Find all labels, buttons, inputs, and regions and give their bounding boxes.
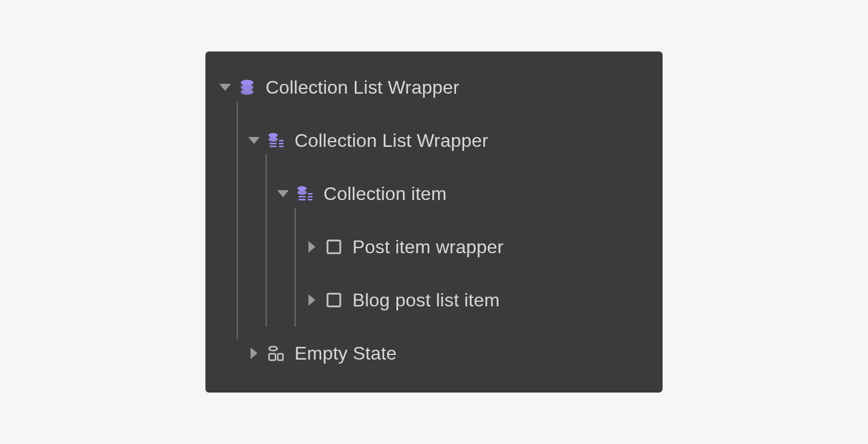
- tree-item-collection-item[interactable]: Collection item: [219, 180, 649, 208]
- svg-point-4: [269, 137, 278, 142]
- tree-item-label: Blog post list item: [352, 289, 500, 311]
- empty-state-icon: [267, 344, 285, 362]
- navigator-panel: Collection List Wrapper Collection List …: [205, 51, 663, 393]
- tree-item-post-item-wrapper[interactable]: Post item wrapper: [219, 233, 649, 261]
- chevron-down-icon[interactable]: [277, 190, 289, 197]
- chevron-right-icon[interactable]: [308, 241, 315, 253]
- svg-point-10: [297, 186, 307, 191]
- database-icon: [238, 78, 256, 97]
- svg-rect-16: [299, 199, 306, 201]
- tree-item-collection-list-wrapper-child[interactable]: Collection List Wrapper: [219, 127, 649, 154]
- svg-rect-5: [279, 140, 284, 142]
- tree-item-label: Empty State: [295, 342, 397, 364]
- chevron-right-icon[interactable]: [251, 347, 258, 359]
- svg-rect-18: [328, 294, 340, 306]
- svg-rect-8: [270, 143, 277, 145]
- svg-point-3: [269, 133, 278, 138]
- chevron-right-icon[interactable]: [308, 294, 315, 306]
- database-list-icon: [267, 131, 285, 150]
- svg-point-11: [297, 190, 307, 195]
- tree-item-blog-post-list-item[interactable]: Blog post list item: [219, 286, 649, 314]
- svg-point-19: [269, 347, 277, 351]
- svg-rect-13: [308, 196, 312, 198]
- svg-rect-9: [270, 146, 277, 147]
- tree-item-label: Collection List Wrapper: [266, 76, 459, 98]
- tree-item-label: Post item wrapper: [352, 236, 503, 258]
- svg-rect-14: [308, 199, 312, 201]
- svg-rect-17: [328, 240, 340, 253]
- box-icon: [325, 238, 343, 256]
- chevron-down-icon[interactable]: [219, 84, 231, 91]
- tree-item-empty-state[interactable]: Empty State: [219, 339, 649, 367]
- svg-rect-15: [299, 196, 306, 198]
- box-icon: [325, 291, 343, 309]
- svg-rect-21: [278, 354, 283, 360]
- svg-rect-7: [279, 146, 284, 147]
- svg-rect-6: [279, 143, 284, 145]
- svg-rect-20: [269, 354, 275, 360]
- tree-item-label: Collection item: [323, 183, 447, 205]
- svg-point-2: [241, 89, 253, 95]
- chevron-down-icon[interactable]: [248, 137, 260, 144]
- tree-item-label: Collection List Wrapper: [295, 130, 488, 151]
- database-list-icon: [296, 184, 314, 203]
- svg-rect-12: [308, 193, 312, 195]
- tree-item-collection-list-wrapper-root[interactable]: Collection List Wrapper: [219, 73, 649, 101]
